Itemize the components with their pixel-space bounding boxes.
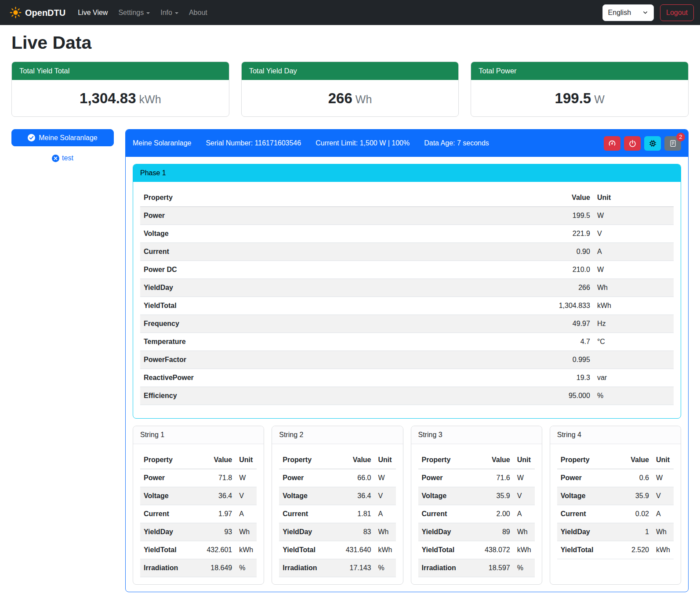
string-1-card: String 1 Property Value Unit xyxy=(133,426,264,585)
nav-links: Live View Settings Info About xyxy=(73,4,213,22)
sun-logo-icon xyxy=(10,7,22,18)
value-cell: 266 xyxy=(487,279,594,297)
card-unit: W xyxy=(594,93,605,105)
inverter-name: Meine Solaranlage xyxy=(133,138,191,148)
card-body: 1,304.83kWh xyxy=(12,80,229,117)
column-unit: Unit xyxy=(594,189,674,207)
phase-1-card: Phase 1 Property Value Unit Power199.5WV… xyxy=(133,164,681,419)
unit-cell: A xyxy=(236,505,257,523)
string-4-table-body: Power0.6WVoltage35.9VCurrent0.02AYieldDa… xyxy=(557,469,674,559)
summary-cards-row: Total Yield Total 1,304.83kWh Total Yiel… xyxy=(11,62,689,117)
table-row: YieldDay1Wh xyxy=(557,523,674,541)
navbar: OpenDTU Live View Settings Info About En… xyxy=(0,0,700,25)
unit-cell: W xyxy=(653,469,674,487)
x-circle-icon xyxy=(52,155,59,162)
property-cell: Power xyxy=(557,469,616,487)
nav-info[interactable]: Info xyxy=(155,4,184,22)
nav-live-view[interactable]: Live View xyxy=(73,4,113,22)
string-1-table-body: Power71.8WVoltage36.4VCurrent1.97AYieldD… xyxy=(140,469,257,577)
language-select-value: English xyxy=(608,7,631,18)
dropdown-caret-icon xyxy=(146,12,150,14)
value-cell: 71.8 xyxy=(194,469,236,487)
event-log-button[interactable]: 2 xyxy=(664,136,681,151)
property-cell: Frequency xyxy=(140,315,487,333)
string-2-body: Property Value Unit Power66.0WVoltage36.… xyxy=(272,444,403,584)
value-cell: 221.9 xyxy=(487,225,594,243)
string-2-card: String 2 Property Value Unit xyxy=(272,426,403,585)
table-header-row: Property Value Unit xyxy=(279,451,395,469)
nav-settings[interactable]: Settings xyxy=(113,4,155,22)
table-row: YieldTotal2.520kWh xyxy=(557,541,674,559)
table-row: Temperature4.7°C xyxy=(140,333,674,351)
total-yield-day-card: Total Yield Day 266Wh xyxy=(241,62,459,117)
inverter-item-test[interactable]: test xyxy=(11,153,114,163)
unit-cell: V xyxy=(594,225,674,243)
value-cell: 36.4 xyxy=(194,487,236,505)
card-title: Total Yield Total xyxy=(12,62,229,80)
property-cell: YieldDay xyxy=(418,523,472,541)
nav-about[interactable]: About xyxy=(184,4,213,22)
property-cell: Power xyxy=(279,469,333,487)
unit-cell: Wh xyxy=(514,523,535,541)
column-unit: Unit xyxy=(236,451,257,469)
table-row: Power66.0W xyxy=(279,469,395,487)
table-row: Current0.90A xyxy=(140,243,674,261)
value-cell: 438.072 xyxy=(472,541,513,559)
unit-cell: V xyxy=(514,487,535,505)
value-cell: 18.597 xyxy=(472,559,513,577)
language-select[interactable]: English xyxy=(602,4,654,21)
power-button[interactable] xyxy=(624,136,641,151)
table-row: YieldDay93Wh xyxy=(140,523,257,541)
logout-button[interactable]: Logout xyxy=(660,4,694,21)
value-cell: 0.6 xyxy=(615,469,653,487)
check-circle-icon xyxy=(28,134,35,141)
table-row: Power0.6W xyxy=(557,469,674,487)
value-cell: 49.97 xyxy=(487,315,594,333)
table-row: Current0.02A xyxy=(557,505,674,523)
table-row: YieldTotal432.601kWh xyxy=(140,541,257,559)
string-1-table: Property Value Unit Power71.8WVoltage36.… xyxy=(140,451,257,577)
dropdown-caret-icon xyxy=(175,12,178,14)
limit-settings-button[interactable] xyxy=(604,136,620,151)
value-cell: 199.5 xyxy=(487,207,594,225)
device-info-button[interactable] xyxy=(644,136,661,151)
column-unit: Unit xyxy=(375,451,396,469)
table-row: YieldTotal1,304.833kWh xyxy=(140,297,674,315)
value-cell: 1,304.833 xyxy=(487,297,594,315)
unit-cell: V xyxy=(375,487,396,505)
column-property: Property xyxy=(279,451,333,469)
property-cell: Irradiation xyxy=(140,559,194,577)
value-cell: 66.0 xyxy=(333,469,374,487)
value-cell: 431.640 xyxy=(333,541,374,559)
inverter-select-label: Meine Solaranlage xyxy=(39,134,97,142)
value-cell: 89 xyxy=(472,523,513,541)
property-cell: Voltage xyxy=(140,487,194,505)
column-property: Property xyxy=(557,451,616,469)
string-2-table: Property Value Unit Power66.0WVoltage36.… xyxy=(279,451,395,577)
unit-cell: V xyxy=(236,487,257,505)
table-row: Power199.5W xyxy=(140,207,674,225)
current-limit: Current Limit: 1,500 W | 100% xyxy=(316,138,410,148)
unit-cell: kWh xyxy=(514,541,535,559)
nav-live-view-label: Live View xyxy=(78,7,108,18)
value-cell: 17.143 xyxy=(333,559,374,577)
string-3-table-body: Power71.6WVoltage35.9VCurrent2.00AYieldD… xyxy=(418,469,535,577)
string-4-card: String 4 Property Value Unit xyxy=(550,426,681,585)
property-cell: Temperature xyxy=(140,333,487,351)
table-row: Voltage35.9V xyxy=(557,487,674,505)
inverter-select-button[interactable]: Meine Solaranlage xyxy=(11,129,114,146)
property-cell: Irradiation xyxy=(279,559,333,577)
brand-link[interactable]: OpenDTU xyxy=(6,6,69,19)
inverter-test-label: test xyxy=(62,153,73,163)
string-3-card: String 3 Property Value Unit xyxy=(411,426,542,585)
property-cell: Efficiency xyxy=(140,387,487,405)
column-property: Property xyxy=(418,451,472,469)
property-cell: YieldTotal xyxy=(418,541,472,559)
unit-cell: W xyxy=(594,207,674,225)
data-age: Data Age: 7 seconds xyxy=(424,138,489,148)
table-row: Frequency49.97Hz xyxy=(140,315,674,333)
value-cell: 2.520 xyxy=(615,541,653,559)
property-cell: Current xyxy=(557,505,616,523)
value-cell: 0.90 xyxy=(487,243,594,261)
unit-cell xyxy=(594,351,674,369)
